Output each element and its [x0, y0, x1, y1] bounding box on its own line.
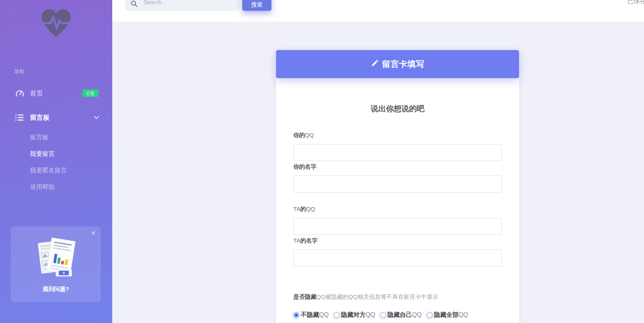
sidebar-item-message-board[interactable]: 留言板	[0, 110, 112, 125]
documents-chart-illustration	[33, 236, 79, 281]
sidebar-subitem-leave-message[interactable]: 我要留言	[30, 150, 55, 158]
radio-hide-self[interactable]	[380, 312, 386, 318]
radio-option-hide-all[interactable]: 隐藏全部QQ	[427, 311, 468, 319]
radio-hide-all[interactable]	[427, 312, 433, 318]
your-name-input[interactable]	[293, 176, 502, 192]
search-button[interactable]: 搜索	[242, 0, 271, 11]
sidebar-item-home[interactable]: 首页 公告	[0, 85, 112, 101]
help-card-title: 遇到问题?	[11, 286, 101, 293]
logo	[0, 8, 112, 39]
radio-option-hide-ta[interactable]: 隐藏对方QQ	[334, 311, 375, 319]
sidebar-subitem-message-board[interactable]: 留言板	[30, 134, 48, 142]
gauge-icon	[15, 90, 25, 97]
radio-hide-ta[interactable]	[334, 312, 339, 318]
list-icon	[15, 114, 25, 121]
pencil-icon	[371, 59, 379, 69]
sidebar: 导航 首页 公告 留言板	[0, 0, 112, 323]
message-form: 你的QQ 你的名字 TA的QQ TA的名字 是否隐藏QQ被隐藏的QQ相关信息将不…	[293, 132, 502, 319]
message-card-title: 留言卡填写	[382, 59, 424, 70]
form-heading: 说出你想说的吧	[293, 78, 502, 114]
search-input[interactable]	[125, 0, 240, 11]
ta-name-label: TA的名字	[293, 237, 502, 244]
main-content: 留言卡填写 说出你想说的吧 你的QQ 你的名字 TA的QQ TA的名字 是否隐藏…	[112, 22, 644, 323]
radio-hide-all-label: 隐藏全部QQ	[434, 311, 468, 319]
ta-name-input[interactable]	[293, 249, 502, 266]
hide-qq-radio-group: 不隐藏QQ 隐藏对方QQ 隐藏自己QQ 隐藏全部QQ	[293, 311, 502, 319]
topbar: 搜索 已保存	[112, 0, 644, 22]
radio-option-hide-self[interactable]: 隐藏自己QQ	[380, 311, 422, 319]
nav-section-label: 导航	[14, 68, 25, 75]
hide-qq-hint: 是否隐藏QQ被隐藏的QQ相关信息将不再在留言卡中显示	[293, 293, 502, 301]
radio-hide-ta-label: 隐藏对方QQ	[341, 311, 375, 319]
announcement-badge: 公告	[82, 89, 98, 97]
sidebar-item-message-board-label: 留言板	[30, 113, 50, 122]
chevron-down-icon	[94, 116, 99, 119]
your-info-group: 你的QQ 你的名字	[293, 132, 502, 192]
message-card-header: 留言卡填写	[276, 50, 519, 78]
page: 导航 首页 公告 留言板	[0, 0, 644, 323]
close-icon[interactable]: ×	[91, 229, 95, 236]
heart-pulse-icon	[40, 32, 72, 39]
your-qq-label: 你的QQ	[293, 132, 502, 139]
sidebar-subitem-anonymous-message[interactable]: 我要匿名留言	[30, 167, 67, 175]
message-card-body: 说出你想说的吧 你的QQ 你的名字 TA的QQ TA的名字 是否隐藏QQ被隐藏的…	[276, 78, 519, 323]
sidebar-item-home-label: 首页	[30, 89, 43, 98]
your-qq-input[interactable]	[293, 144, 502, 161]
ta-qq-input[interactable]	[293, 218, 502, 235]
ta-qq-label: TA的QQ	[293, 206, 502, 213]
radio-option-no-hide[interactable]: 不隐藏QQ	[293, 311, 329, 319]
radio-no-hide[interactable]	[293, 312, 299, 318]
radio-hide-self-label: 隐藏自己QQ	[388, 311, 422, 319]
saved-status: 已保存	[627, 0, 644, 5]
radio-no-hide-label: 不隐藏QQ	[301, 311, 329, 319]
sidebar-subitem-help[interactable]: 使用帮助	[30, 183, 55, 191]
ta-info-group: TA的QQ TA的名字	[293, 206, 502, 266]
help-card: ×	[11, 226, 101, 302]
your-name-label: 你的名字	[293, 163, 502, 171]
